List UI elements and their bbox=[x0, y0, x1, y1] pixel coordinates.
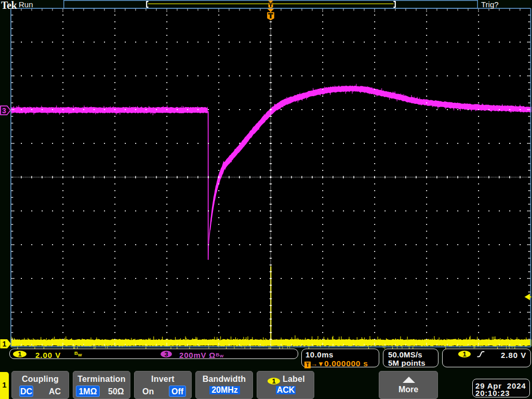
svg-text:1: 1 bbox=[3, 340, 7, 348]
svg-text:3: 3 bbox=[2, 107, 6, 115]
